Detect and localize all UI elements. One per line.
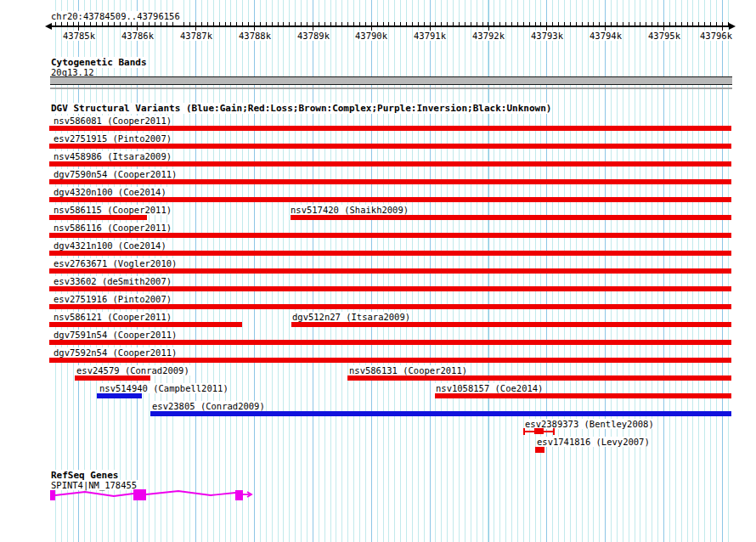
gene-exon[interactable]: [235, 490, 243, 500]
gene-intron-line: [55, 492, 133, 496]
gene-exon[interactable]: [50, 490, 55, 500]
refseq-gene-glyph[interactable]: [0, 0, 756, 542]
gene-exon[interactable]: [133, 489, 146, 500]
gene-intron-line: [146, 491, 235, 495]
genome-browser-view: chr20:43784509..43796156 43785k43786k437…: [0, 0, 756, 542]
